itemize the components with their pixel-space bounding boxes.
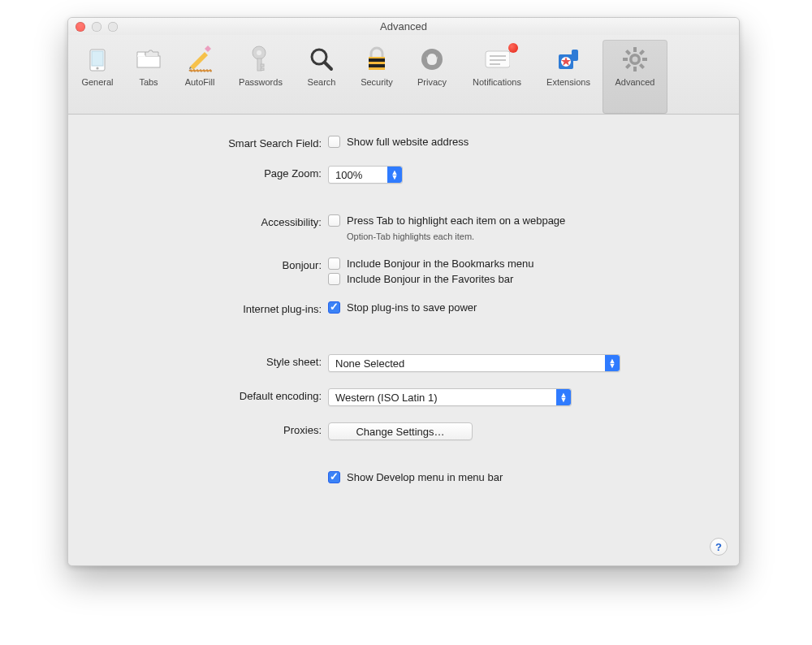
tab-label: Tabs [139, 77, 158, 87]
accessibility-note: Option-Tab highlights each item. [347, 232, 711, 241]
svg-rect-12 [261, 64, 264, 67]
tab-autofill[interactable]: AutoFill [172, 40, 227, 114]
svg-point-2 [96, 67, 98, 69]
minimize-icon[interactable] [92, 22, 102, 32]
change-settings-text: Change Settings… [356, 426, 444, 438]
chevron-updown-icon: ▲▼ [605, 355, 620, 371]
help-button[interactable]: ? [710, 538, 728, 556]
chevron-updown-icon: ▲▼ [387, 167, 402, 183]
tab-extensions[interactable]: Extensions [534, 40, 603, 114]
press-tab-text: Press Tab to highlight each item on a we… [347, 214, 565, 227]
autofill-icon [187, 46, 213, 72]
tab-general[interactable]: General [70, 40, 125, 114]
encoding-label: Default encoding: [96, 388, 328, 402]
show-develop-checkbox[interactable] [328, 471, 340, 483]
accessibility-label: Accessibility: [96, 214, 328, 228]
svg-rect-8 [189, 70, 212, 71]
page-zoom-popup[interactable]: 100% ▲▼ [328, 166, 403, 184]
traffic-lights [76, 22, 118, 32]
stop-plugins-text: Stop plug-ins to save power [347, 301, 477, 314]
toolbar: General Tabs AutoFill Passwords Search [68, 35, 739, 115]
tab-passwords[interactable]: Passwords [227, 40, 294, 114]
search-icon [309, 46, 335, 72]
svg-rect-26 [572, 50, 578, 61]
proxies-label: Proxies: [96, 422, 328, 436]
content-area: Smart Search Field: Show full website ad… [68, 115, 739, 565]
notifications-icon [484, 46, 510, 72]
style-sheet-label: Style sheet: [96, 354, 328, 368]
plugins-label: Internet plug-ins: [96, 301, 328, 315]
svg-rect-36 [625, 63, 631, 69]
help-icon: ? [715, 541, 722, 553]
stop-plugins-checkbox[interactable] [328, 301, 340, 314]
svg-point-30 [633, 57, 638, 63]
show-full-address-text: Show full website address [347, 136, 469, 148]
svg-point-10 [257, 50, 261, 55]
svg-marker-6 [205, 45, 211, 52]
page-zoom-value: 100% [329, 169, 387, 181]
svg-line-15 [325, 63, 331, 69]
chevron-updown-icon: ▲▼ [556, 389, 571, 405]
smart-search-label: Smart Search Field: [96, 136, 328, 149]
tab-label: Privacy [417, 77, 447, 87]
show-develop-option[interactable]: Show Develop menu in menu bar [328, 471, 711, 483]
bonjour-favorites-text: Include Bonjour in the Favorites bar [347, 273, 513, 285]
tab-label: Passwords [239, 77, 283, 87]
security-icon [364, 46, 390, 72]
stop-plugins-option[interactable]: Stop plug-ins to save power [328, 301, 711, 314]
bonjour-label: Bonjour: [96, 258, 328, 271]
press-tab-option[interactable]: Press Tab to highlight each item on a we… [328, 214, 711, 227]
tab-label: General [81, 77, 113, 87]
encoding-value: Western (ISO Latin 1) [329, 392, 556, 404]
change-settings-button[interactable]: Change Settings… [328, 422, 473, 440]
tab-label: Notifications [473, 77, 521, 87]
svg-rect-31 [633, 47, 637, 52]
tab-label: Search [308, 77, 336, 87]
page-zoom-label: Page Zoom: [96, 166, 328, 180]
svg-rect-33 [642, 58, 647, 61]
svg-rect-1 [92, 51, 103, 66]
svg-rect-37 [625, 50, 631, 55]
style-sheet-value: None Selected [329, 357, 605, 370]
general-icon [84, 46, 110, 72]
privacy-icon [419, 46, 445, 72]
svg-rect-34 [623, 58, 628, 61]
bonjour-bookmarks-checkbox[interactable] [328, 258, 340, 270]
svg-rect-19 [369, 64, 385, 67]
tab-label: Extensions [546, 77, 590, 87]
tabs-icon [136, 46, 162, 72]
show-full-address-option[interactable]: Show full website address [328, 136, 711, 148]
tab-label: Advanced [615, 77, 655, 87]
encoding-popup[interactable]: Western (ISO Latin 1) ▲▼ [328, 388, 572, 406]
tab-label: AutoFill [185, 77, 215, 87]
bonjour-favorites-checkbox[interactable] [328, 273, 340, 285]
tab-label: Security [361, 77, 393, 87]
svg-rect-35 [639, 50, 645, 55]
bonjour-bookmarks-text: Include Bonjour in the Bookmarks menu [347, 258, 534, 270]
extensions-icon [555, 46, 581, 72]
press-tab-checkbox[interactable] [328, 214, 340, 227]
titlebar: Advanced [68, 18, 739, 35]
svg-marker-5 [190, 52, 208, 70]
style-sheet-popup[interactable]: None Selected ▲▼ [328, 354, 620, 372]
window-title: Advanced [68, 20, 739, 32]
svg-rect-38 [639, 63, 645, 69]
bonjour-favorites-option[interactable]: Include Bonjour in the Favorites bar [328, 273, 711, 285]
advanced-icon [622, 46, 648, 72]
preferences-window: Advanced General Tabs AutoFill Pass [67, 17, 740, 566]
svg-rect-32 [633, 67, 637, 71]
tab-tabs[interactable]: Tabs [125, 40, 172, 114]
bonjour-bookmarks-option[interactable]: Include Bonjour in the Bookmarks menu [328, 258, 711, 270]
svg-rect-18 [369, 58, 385, 62]
tab-advanced[interactable]: Advanced [603, 40, 667, 114]
close-icon[interactable] [76, 22, 85, 32]
show-develop-text: Show Develop menu in menu bar [347, 471, 503, 483]
svg-rect-3 [137, 56, 160, 67]
show-full-address-checkbox[interactable] [328, 136, 340, 148]
tab-notifications[interactable]: Notifications [460, 40, 534, 114]
tab-search[interactable]: Search [294, 40, 349, 114]
tab-privacy[interactable]: Privacy [404, 40, 460, 114]
svg-rect-13 [261, 68, 264, 71]
tab-security[interactable]: Security [349, 40, 404, 114]
zoom-icon[interactable] [108, 22, 118, 32]
